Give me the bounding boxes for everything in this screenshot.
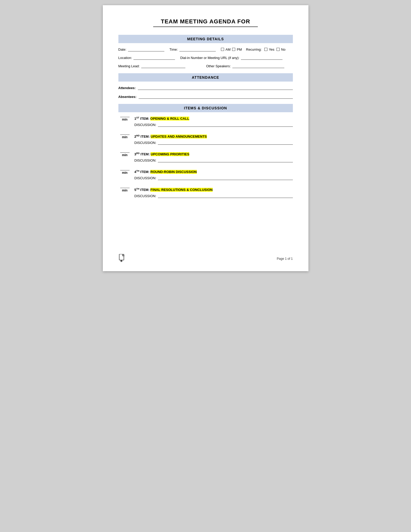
recurring-label: Recurring:	[246, 48, 262, 51]
item-4-content: 4TH ITEM: ROUND-ROBIN DISCUSSION DISCUSS…	[134, 170, 293, 180]
item-1-number: 1ST ITEM:	[134, 117, 150, 121]
item-1-min-line	[120, 117, 130, 117]
item-3-min-label: min	[122, 153, 127, 157]
item-5-content: 5TH ITEM: FINAL RESOLUTIONS & CONCLUSION…	[134, 187, 293, 198]
item-2-content: 2ND ITEM: UPDATES AND ANNOUNCEMENTS DISC…	[134, 134, 293, 144]
item-1-min-label: min	[122, 118, 127, 121]
am-label: AM	[226, 48, 231, 51]
page: TEAM MEETING AGENDA FOR MEETING DETAILS …	[103, 5, 308, 271]
item-2-ordinal: ND	[136, 134, 140, 137]
meeting-lead-label: Meeting Lead:	[118, 64, 140, 68]
item-4-min-label: min	[122, 171, 127, 175]
item-4-min-line	[120, 170, 130, 170]
absentees-field[interactable]	[139, 95, 293, 99]
agenda-item-4: min 4TH ITEM: ROUND-ROBIN DISCUSSION DIS…	[118, 170, 293, 180]
no-checkbox[interactable]	[277, 48, 280, 51]
document-icon: e	[118, 254, 126, 262]
item-3-min-line	[120, 152, 130, 153]
page-title: TEAM MEETING AGENDA FOR	[118, 18, 293, 25]
item-1-content: 1ST ITEM: OPENING & ROLL CALL DISCUSSION…	[134, 116, 293, 127]
absentees-row: Absentees:	[118, 95, 293, 99]
date-time-row: Date: Time: AM PM Recurring: Yes No	[118, 47, 293, 51]
pm-checkbox-group: PM	[232, 48, 242, 51]
item-3-name: UPCOMING PRIORITIES	[151, 152, 189, 156]
item-1-min-block: min	[118, 116, 131, 121]
agenda-item-5: min 5TH ITEM: FINAL RESOLUTIONS & CONCLU…	[118, 187, 293, 198]
item-4-discussion-label: DISCUSSION:	[134, 176, 157, 180]
item-4-min-block: min	[118, 170, 131, 175]
item-3-title: 3RD ITEM: UPCOMING PRIORITIES	[134, 152, 293, 156]
item-1-discussion-field[interactable]	[158, 123, 293, 127]
item-5-number: 5TH ITEM:	[134, 188, 151, 192]
item-5-min-line	[120, 188, 130, 188]
svg-text:e: e	[121, 260, 122, 262]
item-4-discussion-field[interactable]	[158, 176, 293, 180]
items-section: ITEMS & DISCUSSION min 1ST ITEM: OPENING…	[118, 104, 293, 198]
item-3-discussion: DISCUSSION:	[134, 158, 293, 162]
absentees-label: Absentees:	[118, 95, 137, 99]
location-row: Location: Dial-in Number or Meeting URL …	[118, 56, 293, 60]
item-1-name: OPENING & ROLL CALL	[150, 117, 189, 121]
item-1-ordinal: ST	[136, 116, 139, 119]
item-1-discussion-label: DISCUSSION:	[134, 123, 157, 127]
item-2-title: 2ND ITEM: UPDATES AND ANNOUNCEMENTS	[134, 134, 293, 138]
meeting-lead-field[interactable]	[141, 64, 185, 68]
yes-checkbox-group: Yes	[264, 48, 274, 51]
attendance-header: ATTENDANCE	[118, 73, 293, 82]
item-5-discussion-label: DISCUSSION:	[134, 194, 157, 198]
item-3-discussion-label: DISCUSSION:	[134, 158, 157, 162]
no-checkbox-group: No	[277, 48, 286, 51]
item-1-discussion: DISCUSSION:	[134, 123, 293, 127]
title-underline	[153, 26, 258, 27]
item-3-ordinal: RD	[136, 152, 140, 155]
item-3-number: 3RD ITEM:	[134, 152, 151, 156]
attendance-section: ATTENDANCE Attendees: Absentees:	[118, 73, 293, 99]
item-5-name: FINAL RESOLUTIONS & CONCLUSION	[150, 188, 213, 192]
item-1-title: 1ST ITEM: OPENING & ROLL CALL	[134, 116, 293, 121]
item-5-discussion-field[interactable]	[158, 194, 293, 198]
yes-checkbox[interactable]	[264, 48, 267, 51]
yes-label: Yes	[269, 48, 274, 51]
time-field[interactable]	[179, 47, 216, 51]
pm-label: PM	[237, 48, 242, 51]
item-5-discussion: DISCUSSION:	[134, 194, 293, 198]
item-4-ordinal: TH	[136, 170, 139, 172]
other-speakers-field[interactable]	[232, 64, 284, 68]
item-4-discussion: DISCUSSION:	[134, 176, 293, 180]
item-4-name: ROUND-ROBIN DISCUSSION	[150, 170, 197, 174]
item-3-discussion-field[interactable]	[158, 158, 293, 162]
am-checkbox[interactable]	[221, 48, 224, 51]
agenda-item-1: min 1ST ITEM: OPENING & ROLL CALL DISCUS…	[118, 116, 293, 127]
item-2-discussion: DISCUSSION:	[134, 141, 293, 145]
page-number: Page 1 of 1	[277, 257, 293, 261]
item-2-discussion-label: DISCUSSION:	[134, 141, 157, 145]
agenda-item-3: min 3RD ITEM: UPCOMING PRIORITIES DISCUS…	[118, 152, 293, 162]
footer: e Page 1 of 1	[118, 254, 293, 263]
attendees-row: Attendees:	[118, 86, 293, 90]
date-label: Date:	[118, 48, 126, 51]
item-5-ordinal: TH	[136, 187, 139, 190]
location-field[interactable]	[133, 56, 175, 60]
other-speakers-label: Other Speakers:	[206, 64, 231, 68]
items-header: ITEMS & DISCUSSION	[118, 104, 293, 112]
dialin-field[interactable]	[241, 56, 282, 60]
item-2-name: UPDATES AND ANNOUNCEMENTS	[151, 135, 207, 138]
am-checkbox-group: AM	[221, 48, 231, 51]
item-2-discussion-field[interactable]	[158, 141, 293, 145]
footer-logo: e	[118, 254, 126, 263]
item-5-min-label: min	[122, 189, 127, 192]
meeting-details-section: MEETING DETAILS Date: Time: AM PM Recurr…	[118, 35, 293, 68]
agenda-item-2: min 2ND ITEM: UPDATES AND ANNOUNCEMENTS …	[118, 134, 293, 144]
item-5-title: 5TH ITEM: FINAL RESOLUTIONS & CONCLUSION	[134, 187, 293, 191]
item-5-min-block: min	[118, 187, 131, 192]
item-2-min-line	[120, 135, 130, 135]
lead-speakers-row: Meeting Lead: Other Speakers:	[118, 64, 293, 68]
item-2-number: 2ND ITEM:	[134, 135, 151, 138]
no-label: No	[281, 48, 286, 51]
date-field[interactable]	[128, 47, 164, 51]
attendees-label: Attendees:	[118, 86, 136, 90]
item-4-number: 4TH ITEM:	[134, 170, 151, 174]
item-3-content: 3RD ITEM: UPCOMING PRIORITIES DISCUSSION…	[134, 152, 293, 162]
attendees-field[interactable]	[138, 86, 293, 90]
pm-checkbox[interactable]	[232, 48, 235, 51]
